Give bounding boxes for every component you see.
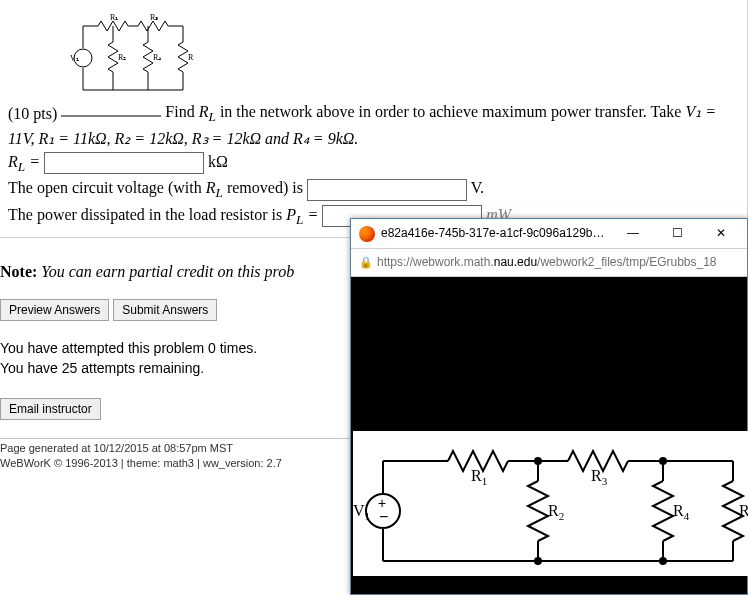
label-rl: RL xyxy=(739,502,748,522)
popup-url: https://webwork.math.nau.edu/webwork2_fi… xyxy=(377,254,717,271)
url-post: /webwork2_files/tmp/EGrubbs_18 xyxy=(537,255,716,269)
footer-line1: Page generated at 10/12/2015 at 08:57pm … xyxy=(0,441,370,456)
popup-content: + − xyxy=(351,277,747,594)
voc-text1: The open circuit voltage (with xyxy=(8,179,206,196)
svg-text:R₃: R₃ xyxy=(150,13,158,22)
label-r4: R4 xyxy=(673,502,690,522)
svg-text:R₁: R₁ xyxy=(110,13,118,22)
rl-symbol: RL xyxy=(199,103,216,120)
svg-text:R: R xyxy=(188,53,194,62)
page-footer: Page generated at 10/12/2015 at 08:57pm … xyxy=(0,441,370,471)
large-schematic: + − xyxy=(353,431,748,576)
url-pre: https://webwork.math. xyxy=(377,255,494,269)
url-host: nau.edu xyxy=(494,255,537,269)
popup-addressbar[interactable]: 🔒 https://webwork.math.nau.edu/webwork2_… xyxy=(351,249,747,277)
minimize-button[interactable]: — xyxy=(611,220,655,248)
preview-answers-button[interactable]: Preview Answers xyxy=(0,299,109,321)
lock-icon: 🔒 xyxy=(359,255,373,271)
rl-unit: kΩ xyxy=(208,153,228,170)
popup-window: e82a416e-745b-317e-a1cf-9c096a129bd3__8a… xyxy=(350,218,748,595)
svg-text:−: − xyxy=(379,508,388,525)
voc-input[interactable] xyxy=(307,179,467,201)
voc-text2: removed) is xyxy=(223,179,303,196)
attempts-info: You have attempted this problem 0 times.… xyxy=(0,339,370,378)
small-schematic: R₁ R₃ V₁ R₂ R₄ R xyxy=(68,8,717,98)
svg-point-35 xyxy=(535,458,541,464)
popup-titlebar[interactable]: e82a416e-745b-317e-a1cf-9c096a129bd3__8a… xyxy=(351,219,747,249)
svg-text:V₁: V₁ xyxy=(70,54,79,63)
popup-title: e82a416e-745b-317e-a1cf-9c096a129bd3__8a… xyxy=(381,225,611,242)
svg-text:R₂: R₂ xyxy=(118,53,126,62)
close-button[interactable]: ✕ xyxy=(699,220,743,248)
note-text: You can earn partial credit on this prob xyxy=(41,263,294,280)
pl-symbol: PL = xyxy=(286,206,318,223)
footer-rule xyxy=(0,438,370,439)
label-r3: R3 xyxy=(591,467,608,487)
attempts-line2: You have 25 attempts remaining. xyxy=(0,359,370,379)
rl-eq: RL = xyxy=(8,153,40,170)
attempts-line1: You have attempted this problem 0 times. xyxy=(0,339,370,359)
svg-text:R₄: R₄ xyxy=(153,53,161,62)
submit-answers-button[interactable]: Submit Answers xyxy=(113,299,217,321)
label-r1: R1 xyxy=(471,467,487,487)
svg-point-38 xyxy=(660,558,666,564)
svg-point-37 xyxy=(660,458,666,464)
prompt-1: Find xyxy=(165,103,198,120)
firefox-icon xyxy=(359,226,375,242)
email-instructor-button[interactable]: Email instructor xyxy=(0,398,101,420)
voc-unit: V. xyxy=(471,179,485,196)
svg-point-36 xyxy=(535,558,541,564)
partial-credit-note: Note: You can earn partial credit on thi… xyxy=(0,260,370,283)
pl-text: The power dissipated in the load resisto… xyxy=(8,206,286,223)
label-r2: R2 xyxy=(548,502,564,522)
footer-line2: WeBWorK © 1996-2013 | theme: math3 | ww_… xyxy=(0,456,370,471)
note-bold: Note: xyxy=(0,263,37,280)
points-label: (10 pts) xyxy=(8,105,57,122)
problem-statement: R₁ R₃ V₁ R₂ R₄ R (10 pts) Find RL in the… xyxy=(0,0,727,237)
prompt-2: in the network above in order to achieve… xyxy=(216,103,686,120)
maximize-button[interactable]: ☐ xyxy=(655,220,699,248)
rl-symbol-2: RL xyxy=(206,179,223,196)
rl-input[interactable] xyxy=(44,152,204,174)
